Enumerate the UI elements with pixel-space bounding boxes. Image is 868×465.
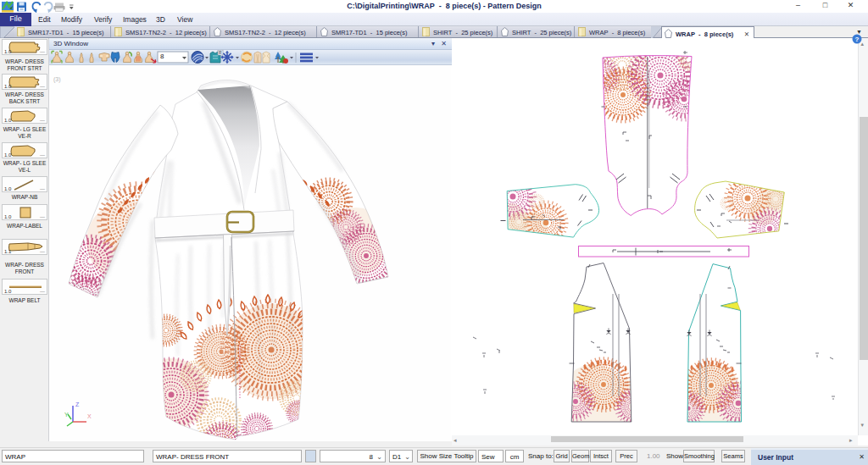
svg-text:?: ? (855, 36, 860, 43)
svg-text:X: X (87, 413, 92, 419)
svg-text:(3): (3) (53, 76, 61, 83)
svg-text:R: R (219, 50, 222, 55)
svg-text:Y: Y (64, 412, 69, 418)
svg-text:Z: Z (75, 401, 80, 407)
